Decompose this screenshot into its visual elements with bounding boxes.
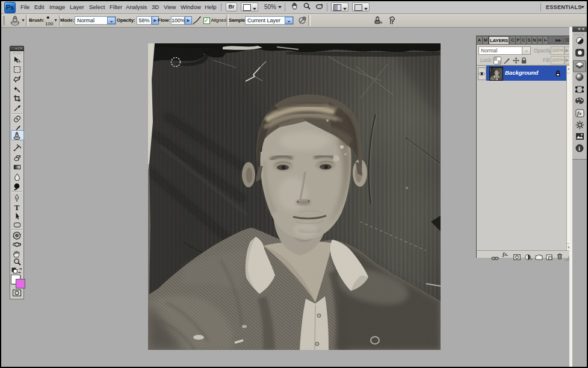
svg-text:i: i	[578, 145, 580, 152]
svg-text:fx: fx	[577, 110, 582, 116]
